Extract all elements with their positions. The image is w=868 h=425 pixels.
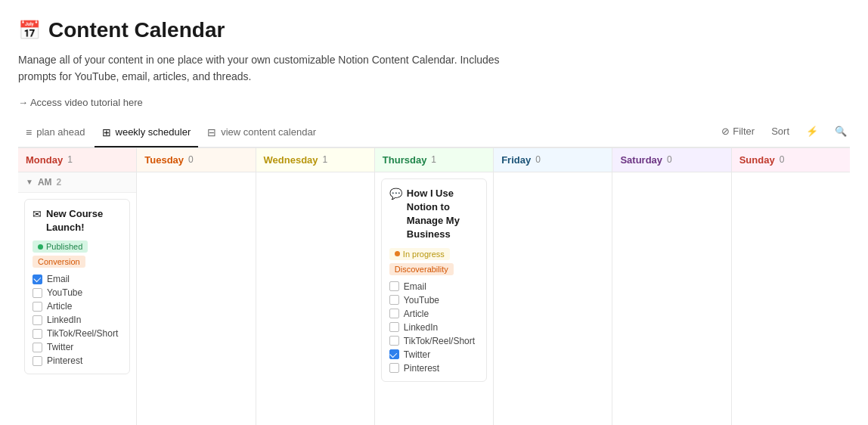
day-header-saturday: Saturday 0 (612, 148, 730, 172)
tag-published: Published (33, 240, 88, 253)
checkbox-linkedin-monday[interactable] (33, 315, 42, 325)
day-count-sunday: 0 (780, 154, 785, 165)
check-pinterest-thursday[interactable]: Pinterest (389, 363, 479, 374)
check-article-thursday-label: Article (404, 309, 429, 319)
day-column-tuesday: Tuesday 0 (137, 148, 256, 425)
card-thursday-title-row: 💬 How I Use Notion to Manage My Business (389, 187, 479, 242)
day-label-friday: Friday (501, 154, 531, 166)
checkbox-youtube-thursday[interactable] (389, 295, 399, 305)
dot-orange (395, 251, 400, 256)
check-pinterest-thursday-label: Pinterest (404, 363, 439, 374)
check-email-monday[interactable]: Email (33, 274, 122, 284)
check-email-thursday-label: Email (404, 281, 426, 292)
check-twitter-monday[interactable]: Twitter (33, 342, 122, 352)
day-label-wednesday: Wednesday (264, 154, 318, 166)
tag-in-progress: In progress (389, 248, 450, 260)
tab-plan-ahead[interactable]: ≡ plan ahead (18, 122, 93, 147)
card-thursday[interactable]: 💬 How I Use Notion to Manage My Business… (381, 178, 487, 382)
tag-published-label: Published (46, 242, 82, 251)
chevron-icon: ▼ (26, 178, 33, 186)
checkbox-linkedin-thursday[interactable] (389, 322, 399, 332)
tabs-left: ≡ plan ahead ⊞ weekly scheduler ⊟ view c… (18, 122, 324, 147)
day-count-saturday: 0 (667, 154, 672, 165)
check-article-monday-label: Article (47, 301, 72, 312)
filter-button[interactable]: ⊘ Filter (718, 124, 758, 138)
day-column-saturday: Saturday 0 (612, 148, 731, 425)
access-video-link[interactable]: → Access video tutorial here (18, 97, 143, 108)
card-monday-icon: ✉ (33, 208, 42, 220)
checkbox-twitter-thursday[interactable] (389, 349, 399, 359)
day-label-sunday: Sunday (739, 154, 775, 166)
card-thursday-icon: 💬 (389, 188, 402, 200)
am-header: ▼ AM 2 (18, 172, 136, 193)
checkbox-pinterest-monday[interactable] (33, 356, 42, 366)
day-header-tuesday: Tuesday 0 (137, 148, 255, 172)
tag-conversion: Conversion (33, 256, 85, 268)
tag-discoverability: Discoverability (389, 263, 454, 275)
checkbox-pinterest-thursday[interactable] (389, 363, 399, 373)
plan-ahead-icon: ≡ (26, 126, 32, 138)
page-description: Manage all of your content in one place … (18, 51, 502, 85)
check-linkedin-monday-label: LinkedIn (47, 315, 81, 325)
tab-view-content-calendar-label: view content calendar (221, 126, 316, 138)
tab-view-content-calendar[interactable]: ⊟ view content calendar (200, 122, 324, 147)
check-youtube-thursday[interactable]: YouTube (389, 295, 479, 306)
check-twitter-thursday[interactable]: Twitter (389, 349, 479, 360)
sort-label: Sort (771, 126, 789, 137)
day-count-wednesday: 1 (323, 154, 328, 165)
lightning-button[interactable]: ⚡ (803, 124, 821, 138)
check-tiktok-thursday-label: TikTok/Reel/Short (404, 336, 475, 346)
checkbox-email-monday[interactable] (33, 275, 42, 284)
day-header-monday: Monday 1 (18, 148, 136, 172)
tag-in-progress-label: In progress (403, 250, 445, 259)
day-count-tuesday: 0 (188, 154, 194, 165)
tab-weekly-scheduler[interactable]: ⊞ weekly scheduler (95, 122, 199, 147)
day-label-saturday: Saturday (620, 154, 662, 166)
toolbar-right: ⊘ Filter Sort ⚡ 🔍 (718, 124, 850, 144)
day-header-wednesday: Wednesday 1 (256, 148, 374, 172)
monday-body: ✉ New Course Launch! Published Conversio… (18, 193, 136, 386)
check-pinterest-monday[interactable]: Pinterest (33, 355, 122, 366)
checkbox-tiktok-thursday[interactable] (389, 336, 399, 346)
tab-plan-ahead-label: plan ahead (36, 126, 85, 138)
search-button[interactable]: 🔍 (832, 124, 850, 138)
day-label-monday: Monday (26, 154, 63, 166)
check-youtube-monday-label: YouTube (47, 287, 82, 298)
checkbox-tiktok-monday[interactable] (33, 329, 42, 339)
friday-empty (494, 172, 612, 324)
checkbox-email-thursday[interactable] (389, 281, 399, 291)
page-title: Content Calendar (48, 18, 225, 42)
check-article-monday[interactable]: Article (33, 301, 122, 312)
checkbox-article-thursday[interactable] (389, 309, 399, 318)
checkbox-article-monday[interactable] (33, 302, 42, 312)
dot-green (38, 244, 43, 250)
card-monday-tags: Published Conversion (33, 240, 122, 268)
page-container: 📅 Content Calendar Manage all of your co… (0, 0, 868, 425)
day-label-tuesday: Tuesday (144, 154, 184, 166)
check-youtube-thursday-label: YouTube (404, 295, 439, 306)
check-tiktok-monday[interactable]: TikTok/Reel/Short (33, 328, 122, 339)
check-linkedin-monday[interactable]: LinkedIn (33, 315, 122, 325)
wednesday-empty (256, 172, 374, 324)
checkbox-youtube-monday[interactable] (33, 288, 42, 298)
check-article-thursday[interactable]: Article (389, 309, 479, 319)
thursday-body: 💬 How I Use Notion to Manage My Business… (375, 172, 493, 394)
day-column-monday: Monday 1 ▼ AM 2 ✉ New Course Launch! (18, 148, 137, 425)
card-monday[interactable]: ✉ New Course Launch! Published Conversio… (24, 199, 130, 374)
tag-conversion-label: Conversion (38, 257, 80, 266)
tuesday-empty (137, 172, 255, 324)
day-header-thursday: Thursday 1 (375, 148, 493, 172)
check-linkedin-thursday[interactable]: LinkedIn (389, 322, 479, 333)
search-icon: 🔍 (835, 126, 847, 137)
check-tiktok-thursday[interactable]: TikTok/Reel/Short (389, 336, 479, 346)
day-count-monday: 1 (67, 154, 73, 165)
check-twitter-thursday-label: Twitter (404, 349, 430, 360)
check-email-thursday[interactable]: Email (389, 281, 479, 292)
check-youtube-monday[interactable]: YouTube (33, 287, 122, 298)
lightning-icon: ⚡ (806, 126, 818, 137)
card-monday-title-row: ✉ New Course Launch! (33, 207, 122, 234)
sort-button[interactable]: Sort (768, 124, 792, 138)
thursday-checklist: Email YouTube Article LinkedIn (389, 281, 479, 374)
checkbox-twitter-monday[interactable] (33, 343, 42, 352)
page-header: 📅 Content Calendar (18, 18, 850, 42)
